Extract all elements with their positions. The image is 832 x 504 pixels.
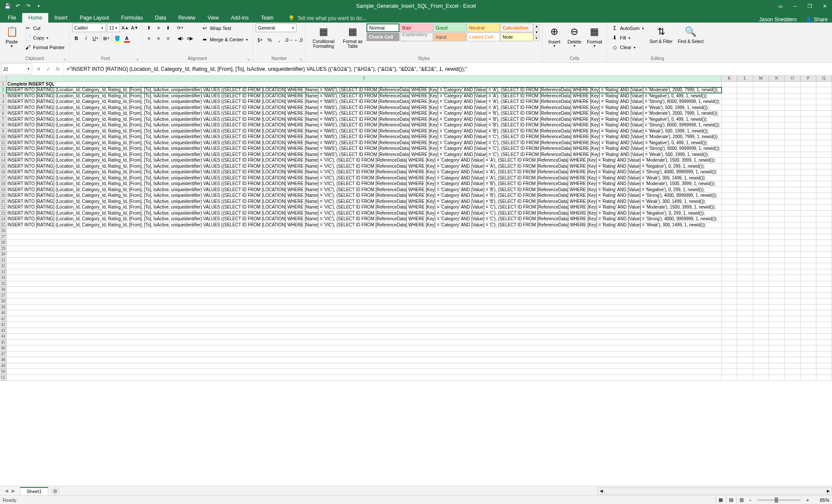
scroll-left-button[interactable]: ◀ [598,489,605,493]
insert-cells-button[interactable]: ⊕Insert▼ [545,23,563,48]
cell-Q37[interactable] [816,292,832,298]
zoom-out-button[interactable]: − [747,497,754,503]
font-size-combo[interactable]: 11▼ [107,23,120,32]
cell-J51[interactable] [7,375,722,381]
cell-O33[interactable] [785,269,800,275]
cell-Q42[interactable] [816,322,832,328]
cell-P8[interactable] [800,123,816,129]
cell-O26[interactable] [785,228,800,234]
cell-N30[interactable] [769,252,785,258]
cell-K7[interactable] [722,116,737,123]
cell-J8[interactable]: INSERT INTO [RATING] (Location_Id, Categ… [7,123,722,129]
cell-J14[interactable]: INSERT INTO [RATING] (Location_Id, Categ… [7,158,722,164]
cell-P11[interactable] [800,140,816,146]
cell-O2[interactable] [785,87,800,93]
zoom-in-button[interactable]: + [804,497,811,503]
row-header-31[interactable]: 31 [0,257,7,263]
copy-button[interactable]: 📄Copy▼ [23,33,67,43]
cell-O44[interactable] [785,334,800,340]
row-header-48[interactable]: 48 [0,357,7,363]
cell-L48[interactable] [737,357,753,363]
cell-O20[interactable] [785,193,800,199]
cell-L10[interactable] [737,134,753,140]
row-header-1[interactable]: 1 [0,81,7,87]
cell-Q22[interactable] [816,205,832,211]
font-color-button[interactable]: A [123,34,131,43]
cell-J21[interactable]: INSERT INTO [RATING] (Location_Id, Categ… [7,199,722,205]
cell-M21[interactable] [753,199,769,205]
cell-L7[interactable] [737,116,753,123]
cell-O51[interactable] [785,375,800,381]
cell-N5[interactable] [769,105,785,111]
cell-M25[interactable] [753,222,769,228]
cell-L46[interactable] [737,345,753,351]
cell-K1[interactable] [722,81,737,87]
name-box[interactable]: J2▼ [1,63,32,74]
cell-O31[interactable] [785,257,800,263]
cell-P20[interactable] [800,193,816,199]
cell-N21[interactable] [769,199,785,205]
cell-K37[interactable] [722,292,737,298]
cell-L9[interactable] [737,128,753,134]
cell-J16[interactable]: INSERT INTO [RATING] (Location_Id, Categ… [7,169,722,176]
row-header-37[interactable]: 37 [0,292,7,298]
cell-O46[interactable] [785,345,800,351]
cell-M10[interactable] [753,134,769,140]
row-header-11[interactable]: 11 [0,140,7,146]
cell-Q29[interactable] [816,245,832,252]
cell-L29[interactable] [737,245,753,252]
cell-L45[interactable] [737,339,753,345]
cell-M16[interactable] [753,169,769,176]
cell-J49[interactable] [7,363,722,369]
cell-Q44[interactable] [816,334,832,340]
cell-P7[interactable] [800,116,816,123]
cell-O30[interactable] [785,252,800,258]
cell-M48[interactable] [753,357,769,363]
cell-Q32[interactable] [816,263,832,269]
cell-O35[interactable] [785,281,800,287]
cell-K21[interactable] [722,199,737,205]
sheet-nav-last[interactable]: ▶ [10,488,17,494]
row-header-47[interactable]: 47 [0,351,7,357]
tab-insert[interactable]: Insert [48,13,73,23]
cell-O15[interactable] [785,163,800,169]
cell-K38[interactable] [722,298,737,305]
cell-Q3[interactable] [816,93,832,99]
cell-M1[interactable] [753,81,769,87]
cell-O42[interactable] [785,322,800,328]
cell-L30[interactable] [737,252,753,258]
cell-P21[interactable] [800,199,816,205]
cell-J25[interactable]: INSERT INTO [RATING] (Location_Id, Categ… [7,222,722,228]
cell-M23[interactable] [753,210,769,216]
cell-N41[interactable] [769,316,785,322]
cell-P30[interactable] [800,252,816,258]
cell-J3[interactable]: INSERT INTO [RATING] (Location_Id, Categ… [7,93,722,99]
cell-M30[interactable] [753,252,769,258]
column-header-O[interactable]: O [785,76,800,81]
cell-K44[interactable] [722,334,737,340]
cell-Q23[interactable] [816,210,832,216]
cell-Q36[interactable] [816,287,832,293]
cell-Q33[interactable] [816,269,832,275]
cell-M46[interactable] [753,345,769,351]
cell-N26[interactable] [769,228,785,234]
row-header-26[interactable]: 26 [0,228,7,234]
cell-Q30[interactable] [816,252,832,258]
sheet-nav-first[interactable]: ◀ [3,488,10,494]
cell-Q46[interactable] [816,345,832,351]
row-header-42[interactable]: 42 [0,322,7,328]
cell-M45[interactable] [753,339,769,345]
cell-K42[interactable] [722,322,737,328]
cell-N25[interactable] [769,222,785,228]
redo-button[interactable]: ↷ [23,1,33,11]
cell-M3[interactable] [753,93,769,99]
cell-O49[interactable] [785,363,800,369]
wrap-text-button[interactable]: ↩Wrap Text [200,23,250,33]
cell-N17[interactable] [769,175,785,181]
cell-P37[interactable] [800,292,816,298]
cell-K29[interactable] [722,245,737,252]
comma-format-button[interactable]: , [275,36,283,44]
ribbon-display-button[interactable]: ▭ [773,0,788,12]
cell-Q16[interactable] [816,169,832,176]
cell-O4[interactable] [785,99,800,105]
